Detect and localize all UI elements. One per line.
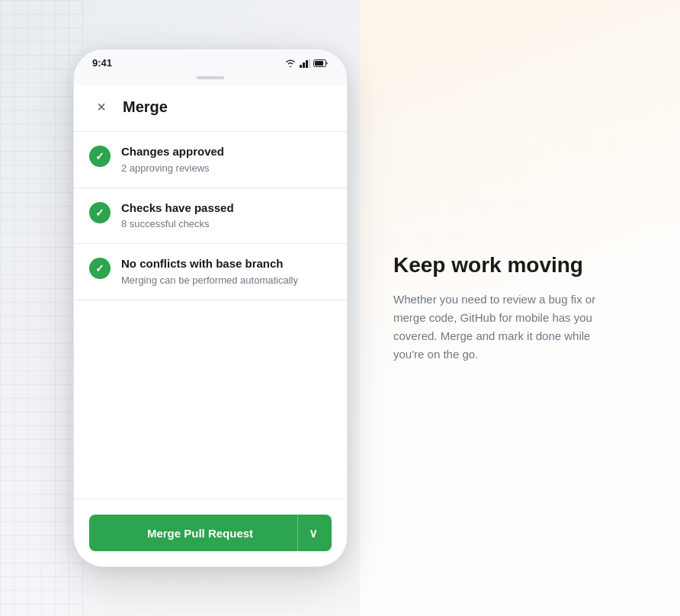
- svg-rect-1: [303, 63, 305, 68]
- status-time: 9:41: [92, 57, 112, 69]
- check-icon-conflicts: ✓: [89, 258, 111, 279]
- check-item-checks-passed: ✓ Checks have passed 8 successful checks: [74, 188, 347, 245]
- check-subtitle-conflicts: Merging can be performed automatically: [121, 274, 332, 287]
- drag-handle-bar: [197, 76, 224, 79]
- right-panel: Keep work moving Whether you need to rev…: [393, 252, 607, 364]
- check-icon-approved: ✓: [89, 146, 111, 167]
- close-icon: ×: [97, 99, 106, 114]
- phone-mockup: 9:41: [73, 49, 348, 567]
- merge-button-area: Merge Pull Request ∨: [74, 499, 347, 566]
- svg-rect-2: [306, 60, 308, 68]
- merge-pull-request-button[interactable]: Merge Pull Request ∨: [89, 515, 332, 551]
- check-item-no-conflicts: ✓ No conflicts with base branch Merging …: [74, 244, 347, 300]
- check-icon-passed: ✓: [89, 202, 111, 223]
- check-subtitle-passed: 8 successful checks: [121, 217, 332, 231]
- merge-chevron-icon: ∨: [297, 515, 318, 551]
- phone-spacer: [74, 316, 347, 499]
- app-title: Merge: [123, 98, 168, 116]
- signal-icon: [300, 59, 310, 68]
- close-button[interactable]: ×: [89, 95, 114, 119]
- svg-rect-0: [300, 65, 302, 68]
- svg-rect-5: [315, 61, 323, 66]
- phone-inner: 9:41: [74, 50, 347, 566]
- check-content-conflicts: No conflicts with base branch Merging ca…: [121, 256, 332, 287]
- check-content-approved: Changes approved 2 approving reviews: [121, 144, 332, 175]
- check-content-passed: Checks have passed 8 successful checks: [121, 201, 332, 232]
- check-item-changes-approved: ✓ Changes approved 2 approving reviews: [74, 132, 347, 188]
- check-subtitle-approved: 2 approving reviews: [121, 162, 332, 175]
- right-panel-description: Whether you need to review a bug fix or …: [393, 290, 607, 364]
- app-header: × Merge: [74, 85, 347, 132]
- top-section: 9:41: [74, 50, 347, 85]
- checkmark-conflicts: ✓: [95, 262, 104, 274]
- checks-list: ✓ Changes approved 2 approving reviews ✓: [74, 132, 347, 316]
- checkmark-approved: ✓: [95, 150, 104, 162]
- check-title-approved: Changes approved: [121, 144, 332, 159]
- check-title-passed: Checks have passed: [121, 201, 332, 216]
- status-bar: 9:41: [74, 50, 347, 73]
- svg-rect-3: [309, 59, 310, 68]
- page-container: 9:41: [0, 0, 680, 616]
- main-layout: 9:41: [73, 49, 607, 567]
- background-grid: [0, 0, 84, 616]
- check-title-conflicts: No conflicts with base branch: [121, 256, 332, 271]
- merge-button-label: Merge Pull Request: [103, 527, 297, 540]
- right-panel-title: Keep work moving: [393, 252, 607, 278]
- status-icons: [284, 59, 329, 68]
- wifi-icon: [284, 59, 297, 68]
- drag-handle: [74, 73, 347, 85]
- checkmark-passed: ✓: [95, 207, 104, 219]
- battery-icon: [313, 59, 329, 68]
